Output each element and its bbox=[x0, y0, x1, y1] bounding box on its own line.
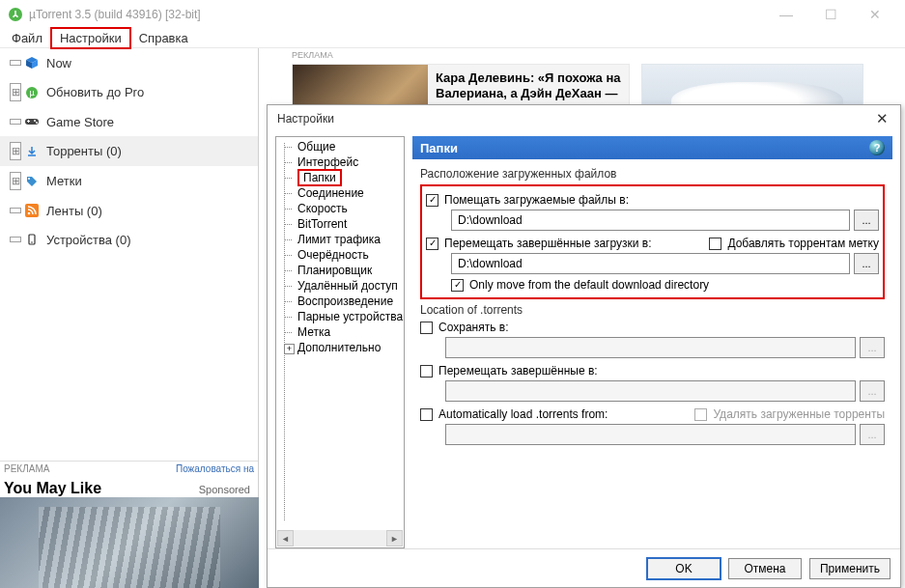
input-download-path[interactable]: D:\download bbox=[451, 210, 850, 231]
maximize-button[interactable]: ☐ bbox=[808, 0, 853, 29]
app-logo-icon bbox=[8, 7, 23, 22]
ad-title-row: You May Like Sponsored bbox=[0, 476, 258, 497]
scroll-left-icon[interactable]: ◄ bbox=[277, 530, 294, 546]
apply-button[interactable]: Применить bbox=[809, 558, 891, 579]
tree-item-general[interactable]: Общие bbox=[276, 139, 404, 154]
tree-item-queue[interactable]: Очерёдность bbox=[276, 247, 404, 263]
expand-icon[interactable]: ⊞ bbox=[10, 172, 21, 190]
menu-settings[interactable]: Настройки bbox=[50, 27, 131, 49]
label-put-in: Помещать загружаемые файлы в: bbox=[444, 193, 629, 207]
tree-item-paired[interactable]: Парные устройства bbox=[276, 309, 404, 324]
input-completed-path[interactable]: D:\download bbox=[451, 253, 850, 274]
dialog-title: Настройки bbox=[277, 112, 869, 126]
ad-image[interactable] bbox=[0, 497, 259, 588]
close-button[interactable]: ✕ bbox=[853, 0, 897, 29]
logo-icon: µ bbox=[23, 84, 41, 101]
dialog-buttons: OK Отмена Применить bbox=[268, 548, 900, 587]
pane-header: Папки ? bbox=[412, 136, 892, 159]
svg-point-7 bbox=[34, 120, 36, 122]
checkbox-only-move[interactable] bbox=[451, 279, 464, 292]
tree-item-folders[interactable]: Папки bbox=[276, 170, 404, 185]
checkbox-delete-loaded bbox=[694, 408, 707, 421]
ad-complain-link[interactable]: Пожаловаться на bbox=[176, 463, 254, 474]
tree-item-scheduler[interactable]: Планировщик bbox=[276, 263, 404, 278]
ad-label-row: РЕКЛАМА Пожаловаться на bbox=[0, 461, 258, 476]
browse-button: ... bbox=[860, 424, 885, 445]
tree-item-remote[interactable]: Удалённый доступ bbox=[276, 278, 404, 294]
ok-button[interactable]: OK bbox=[647, 558, 721, 579]
browse-button[interactable]: ... bbox=[854, 253, 879, 274]
tree-item-bittorrent[interactable]: BitTorrent bbox=[276, 216, 404, 232]
input-torrents-path bbox=[445, 337, 856, 358]
browse-button: ... bbox=[860, 337, 885, 358]
section-title: Location of .torrents bbox=[420, 303, 885, 317]
menubar: Файл Настройки Справка bbox=[0, 29, 905, 48]
svg-point-15 bbox=[31, 241, 33, 243]
sidebar-item-devices[interactable]: Устройства (0) bbox=[0, 225, 258, 254]
rss-icon bbox=[23, 202, 41, 219]
tree-item-label[interactable]: Метка bbox=[276, 324, 404, 340]
checkbox-store-in[interactable] bbox=[420, 322, 433, 334]
minimize-button[interactable]: — bbox=[764, 0, 808, 29]
tree-item-connection[interactable]: Соединение bbox=[276, 185, 404, 201]
sidebar-label: Now bbox=[46, 56, 71, 70]
settings-pane: Папки ? Расположение загруженных файлов … bbox=[412, 136, 892, 548]
sidebar-label: Обновить до Pro bbox=[46, 85, 144, 99]
highlighted-section: Помещать загружаемые файлы в: D:\downloa… bbox=[420, 184, 885, 299]
sidebar-item-torrents[interactable]: ⊞ Торренты (0) bbox=[0, 136, 258, 166]
settings-tree[interactable]: Общие Интерфейс Папки Соединение Скорост… bbox=[275, 136, 405, 548]
sidebar-item-upgrade[interactable]: ⊞ µ Обновить до Pro bbox=[0, 77, 258, 107]
tree-expand-icon[interactable]: + bbox=[284, 344, 295, 354]
dialog-close-button[interactable]: ✕ bbox=[869, 106, 894, 131]
settings-dialog: Настройки ✕ Общие Интерфейс Папки Соедин… bbox=[267, 104, 901, 588]
checkbox-move-completed[interactable] bbox=[426, 238, 438, 250]
sidebar-label: Ленты (0) bbox=[46, 204, 102, 218]
expand-icon[interactable]: ⊞ bbox=[10, 83, 21, 101]
sidebar-item-labels[interactable]: ⊞ Метки bbox=[0, 166, 258, 196]
checkbox-autoload[interactable] bbox=[420, 408, 433, 421]
checkbox-move-torrents[interactable] bbox=[420, 365, 433, 378]
ad-label: РЕКЛАМА bbox=[292, 50, 333, 60]
tree-item-interface[interactable]: Интерфейс bbox=[276, 154, 404, 170]
svg-point-11 bbox=[28, 178, 30, 180]
section-title: Расположение загруженных файлов bbox=[420, 167, 885, 181]
label-only-move: Only move from the default download dire… bbox=[469, 278, 709, 292]
pane-title: Папки bbox=[420, 141, 458, 155]
sidebar-item-feeds[interactable]: Ленты (0) bbox=[0, 196, 258, 225]
label-delete-loaded: Удалять загруженные торренты bbox=[713, 407, 885, 421]
expand-icon[interactable]: ⊞ bbox=[10, 142, 21, 160]
label-store-in: Сохранять в: bbox=[438, 321, 508, 334]
scroll-right-icon[interactable]: ► bbox=[386, 530, 403, 546]
sidebar-label: Метки bbox=[46, 174, 82, 188]
sidebar-label: Game Store bbox=[46, 115, 114, 129]
sidebar-item-gamestore[interactable]: Game Store bbox=[0, 107, 258, 136]
device-icon bbox=[23, 231, 41, 248]
help-icon[interactable]: ? bbox=[869, 140, 885, 155]
input-move-torrents-path bbox=[445, 380, 856, 402]
cube-icon bbox=[23, 54, 41, 71]
ad-title: You May Like bbox=[4, 480, 101, 497]
browse-button: ... bbox=[860, 380, 885, 402]
browse-button[interactable]: ... bbox=[854, 210, 879, 231]
ad-label: РЕКЛАМА bbox=[4, 463, 49, 474]
svg-point-8 bbox=[36, 122, 38, 124]
sidebar-label: Торренты (0) bbox=[46, 144, 122, 158]
titlebar: µTorrent 3.5 (build 43916) [32-bit] — ☐ … bbox=[0, 0, 905, 29]
ad-sponsored: Sponsored bbox=[199, 484, 250, 495]
cancel-button[interactable]: Отмена bbox=[728, 558, 802, 579]
checkbox-add-label[interactable] bbox=[709, 238, 721, 250]
svg-rect-10 bbox=[28, 120, 29, 123]
checkbox-put-in[interactable] bbox=[426, 194, 438, 207]
svg-text:µ: µ bbox=[29, 88, 34, 98]
tree-item-playback[interactable]: Воспроизведение bbox=[276, 294, 404, 309]
window-title: µTorrent 3.5 (build 43916) [32-bit] bbox=[29, 8, 764, 21]
sidebar: Now ⊞ µ Обновить до Pro Game Store ⊞ Тор… bbox=[0, 48, 259, 588]
dialog-titlebar[interactable]: Настройки ✕ bbox=[268, 105, 900, 132]
sidebar-item-now[interactable]: Now bbox=[0, 48, 258, 77]
tree-item-speed[interactable]: Скорость bbox=[276, 201, 404, 216]
tree-item-advanced[interactable]: +Дополнительно bbox=[276, 340, 404, 355]
tree-item-bandwidth[interactable]: Лимит трафика bbox=[276, 232, 404, 247]
tree-scrollbar[interactable]: ◄► bbox=[277, 530, 403, 546]
menu-help[interactable]: Справка bbox=[131, 29, 196, 47]
menu-file[interactable]: Файл bbox=[4, 29, 50, 47]
